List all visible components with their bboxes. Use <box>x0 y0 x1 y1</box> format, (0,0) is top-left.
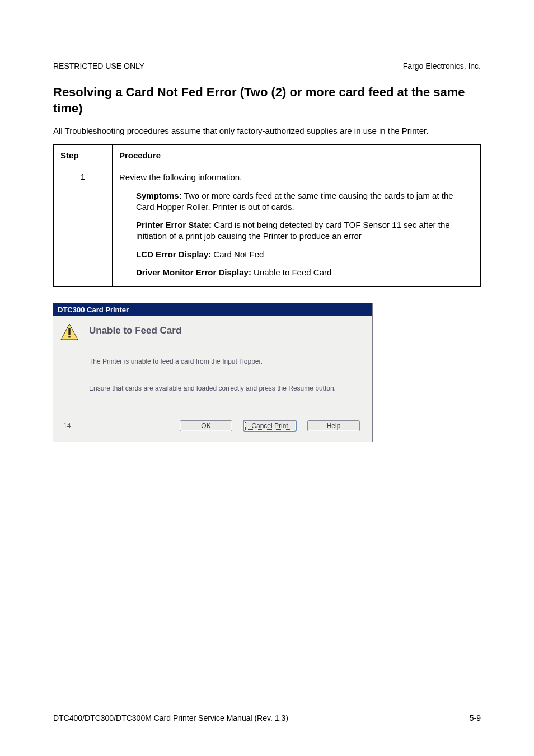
dialog-message-2: Ensure that cards are available and load… <box>53 365 372 392</box>
cancel-accesskey: C <box>251 422 256 430</box>
help-rest: elp <box>331 422 340 430</box>
dialog-heading: Unable to Feed Card <box>89 322 181 336</box>
error-dialog: DTC300 Card Printer Unable to Feed Card … <box>53 303 373 442</box>
dialog-body: Unable to Feed Card The Printer is unabl… <box>53 316 372 442</box>
step-number: 1 <box>54 166 113 287</box>
cancel-print-button[interactable]: Cancel Print <box>243 420 296 431</box>
error-state-block: Printer Error State: Card is not being d… <box>136 219 474 242</box>
driver-block: Driver Monitor Error Display: Unable to … <box>136 267 474 278</box>
driver-text: Unable to Feed Card <box>251 267 331 277</box>
error-state-label: Printer Error State: <box>136 220 212 229</box>
lcd-text: Card Not Fed <box>211 250 264 259</box>
ok-accesskey: O <box>201 422 206 430</box>
footer-left: DTC400/DTC300/DTC300M Card Printer Servi… <box>53 713 288 722</box>
ok-rest: K <box>207 422 211 430</box>
header-left: RESTRICTED USE ONLY <box>53 62 144 71</box>
intro-paragraph: All Troubleshooting procedures assume th… <box>53 125 481 137</box>
page-header: RESTRICTED USE ONLY Fargo Electronics, I… <box>53 62 481 71</box>
svg-rect-1 <box>68 328 70 335</box>
warning-icon <box>60 323 79 342</box>
dialog-message-1: The Printer is unable to feed a card fro… <box>53 342 372 365</box>
lcd-block: LCD Error Display: Card Not Fed <box>136 249 474 260</box>
symptoms-text: Two or more cards feed at the same time … <box>136 191 453 212</box>
dialog-count: 14 <box>63 422 71 430</box>
symptoms-block: Symptoms: Two or more cards feed at the … <box>136 190 474 213</box>
table-header-row: Step Procedure <box>54 145 481 166</box>
cancel-rest: ancel Print <box>256 422 288 430</box>
table-row: 1 Review the following information. Symp… <box>54 166 481 287</box>
section-title: Resolving a Card Not Fed Error (Two (2) … <box>53 84 481 116</box>
ok-button[interactable]: OK <box>180 420 232 431</box>
col-header-step: Step <box>54 145 113 166</box>
help-button[interactable]: Help <box>307 420 360 431</box>
svg-rect-2 <box>68 336 70 337</box>
footer-right: 5-9 <box>470 713 481 722</box>
lcd-label: LCD Error Display: <box>136 250 211 259</box>
procedure-cell: Review the following information. Sympto… <box>113 166 481 287</box>
page-footer: DTC400/DTC300/DTC300M Card Printer Servi… <box>53 713 481 722</box>
driver-label: Driver Monitor Error Display: <box>136 267 251 277</box>
col-header-procedure: Procedure <box>113 145 481 166</box>
dialog-titlebar: DTC300 Card Printer <box>53 303 372 316</box>
symptoms-label: Symptoms: <box>136 191 182 200</box>
header-right: Fargo Electronics, Inc. <box>403 62 481 71</box>
procedure-line1: Review the following information. <box>119 172 474 183</box>
procedure-table: Step Procedure 1 Review the following in… <box>53 144 481 287</box>
